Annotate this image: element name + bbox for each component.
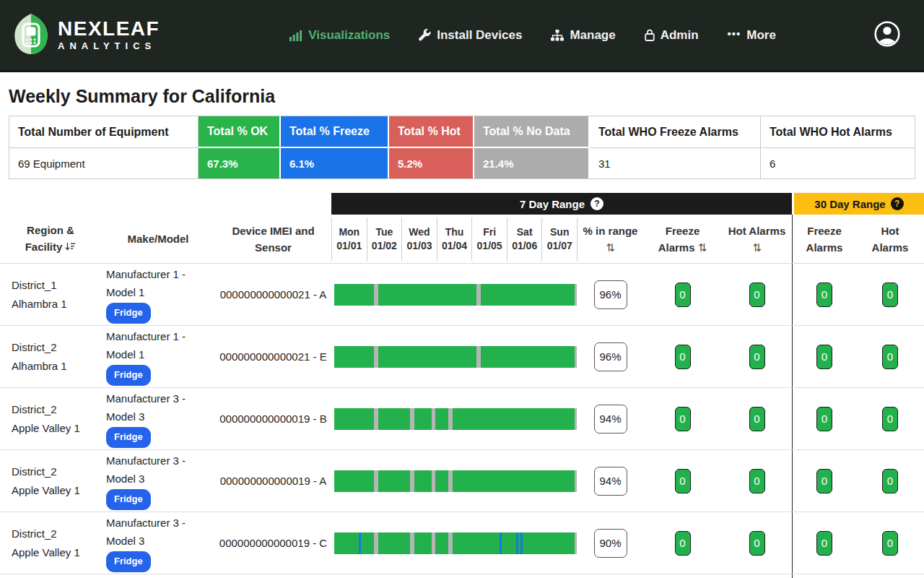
nav-item-install-devices[interactable]: Install Devices	[419, 28, 522, 43]
temperature-status-bar	[334, 284, 577, 306]
summary-col-pct-hot: Total % Hot 5.2%	[389, 116, 474, 178]
nav-menu: Visualizations Install Devices	[289, 28, 776, 43]
summary-table: Total Number of Equipment 69 Equipment T…	[9, 116, 915, 179]
equipment-rows: District_1 Alhambra 1 Manufacturer 1 - M…	[0, 264, 924, 578]
nav-label: Visualizations	[308, 28, 390, 43]
header-hot-alarms-7d[interactable]: Hot Alarms ⇅	[722, 223, 792, 256]
summary-value: 6.1%	[281, 148, 389, 178]
freeze-alarms-7d-badge: 0	[675, 282, 691, 307]
day-header: Wed01/03	[402, 217, 437, 261]
fridge-badge: Fridge	[106, 303, 151, 324]
pct-in-range-value: 96%	[594, 280, 627, 309]
nav-label: More	[746, 28, 776, 43]
summary-col-who-hot-alarms: Total WHO Hot Alarms 6	[761, 116, 915, 178]
sort-updown-icon[interactable]: ⇅	[578, 239, 643, 256]
day-header: Tue01/02	[367, 217, 403, 261]
temperature-status-bar	[334, 532, 577, 554]
main-content: Weekly Summary for California Total Numb…	[0, 84, 924, 578]
freeze-alarms-7d-badge: 0	[675, 345, 691, 369]
help-icon-30day[interactable]: ?	[891, 197, 904, 210]
summary-value: 31	[590, 148, 761, 178]
nav-item-visualizations[interactable]: Visualizations	[289, 28, 390, 43]
pct-in-range-value: 96%	[594, 342, 627, 371]
summary-col-who-freeze-alarms: Total WHO Freeze Alarms 31	[590, 116, 761, 178]
brand-logo[interactable]: NEXLEAF ANALYTICS	[13, 13, 160, 58]
summary-col-total-equipment: Total Number of Equipment 69 Equipment	[9, 116, 199, 178]
nav-item-admin[interactable]: Admin	[645, 28, 699, 43]
day-header: Mon01/01	[331, 217, 367, 261]
make-model-cell: Manufacturer 3 - Model 3 Fridge	[101, 389, 215, 448]
imei-cell: 000000000000021 - E	[215, 350, 331, 363]
wrench-icon	[419, 29, 431, 41]
table-column-headers: Region & Facility Make/Model Device IMEI…	[0, 215, 924, 264]
hot-alarms-30d-badge: 0	[882, 531, 898, 556]
summary-header: Total WHO Hot Alarms	[761, 116, 915, 148]
freeze-alarms-30d-badge: 0	[816, 282, 832, 307]
sort-updown-icon[interactable]: ⇅	[698, 241, 707, 254]
nav-label: Manage	[570, 28, 615, 43]
make-model-cell: Manufacturer 1 - Model 1 Fridge	[101, 327, 215, 386]
imei-cell: 000000000000019 - A	[215, 475, 331, 487]
header-pct-in-range[interactable]: % in range ⇅	[578, 223, 643, 256]
hot-alarms-30d-badge: 0	[882, 345, 898, 369]
user-circle-icon	[873, 20, 901, 51]
table-row: District_2 Apple Valley 1 Manufacturer 3…	[0, 512, 924, 574]
fridge-badge: Fridge	[106, 489, 151, 510]
range-7day-header: 7 Day Range ?	[331, 193, 792, 215]
freeze-alarms-30d-badge: 0	[816, 531, 832, 556]
page-title: Weekly Summary for California	[9, 84, 924, 108]
imei-cell: 000000000000021 - A	[215, 288, 331, 301]
summary-col-pct-ok: Total % OK 67.3%	[199, 116, 281, 178]
hot-alarms-30d-badge: 0	[882, 282, 898, 307]
fridge-badge: Fridge	[106, 427, 151, 448]
help-icon-7day[interactable]: ?	[590, 197, 603, 210]
region-facility-cell: District_2 Alhambra 1	[0, 338, 101, 376]
sort-updown-icon[interactable]: ⇅	[722, 239, 792, 256]
imei-cell: 000000000000019 - C	[215, 537, 331, 549]
summary-value: 21.4%	[474, 148, 590, 178]
table-row: District_2 Alhambra 1 Manufacturer 1 - M…	[0, 326, 924, 388]
table-row: District_2 Apple Valley 1 Manufacturer 3…	[0, 450, 924, 512]
nav-item-more[interactable]: ••• More	[728, 28, 776, 43]
summary-value: 6	[761, 148, 915, 178]
table-row-partial: Manufacturer 1 -	[0, 574, 924, 578]
imei-cell: 000000000000019 - B	[215, 413, 331, 425]
header-freeze-alarms-30d: Freeze Alarms	[792, 215, 856, 263]
day-header: Sat01/06	[507, 217, 543, 261]
summary-header: Total Number of Equipment	[9, 116, 199, 148]
header-device-imei: Device IMEI and Sensor	[215, 223, 331, 256]
summary-value: 69 Equipment	[9, 148, 199, 178]
make-model-cell: Manufacturer 3 - Model 3 Fridge	[101, 514, 215, 572]
header-freeze-alarms-7d[interactable]: Freeze Alarms ⇅	[643, 223, 722, 256]
lock-icon	[645, 29, 655, 41]
freeze-alarms-7d-badge: 0	[675, 407, 691, 431]
summary-header: Total WHO Freeze Alarms	[590, 116, 761, 148]
header-make-model: Make/Model	[101, 230, 215, 247]
user-avatar[interactable]	[873, 20, 901, 51]
summary-value: 5.2%	[389, 148, 474, 178]
hot-alarms-30d-badge: 0	[882, 407, 898, 431]
summary-col-pct-no-data: Total % No Data 21.4%	[474, 116, 590, 178]
hot-alarms-7d-badge: 0	[749, 469, 765, 493]
range-7day-label: 7 Day Range	[520, 198, 585, 210]
region-facility-cell: District_2 Apple Valley 1	[0, 400, 101, 438]
summary-header: Total % Freeze	[281, 116, 389, 148]
range-30day-header: 30 Day Range ?	[792, 193, 924, 215]
freeze-alarms-30d-badge: 0	[816, 345, 832, 369]
header-region-facility[interactable]: Region & Facility	[0, 222, 101, 256]
hot-alarms-7d-badge: 0	[749, 531, 765, 556]
hot-alarms-7d-badge: 0	[749, 407, 765, 431]
nexleaf-leaf-icon	[13, 13, 49, 58]
hot-alarms-30d-badge: 0	[882, 469, 898, 493]
sort-amount-icon[interactable]	[65, 241, 76, 254]
make-model-cell: Manufacturer 3 - Model 3 Fridge	[101, 452, 215, 510]
day-header: Fri01/05	[472, 217, 507, 261]
range-30day-label: 30 Day Range	[814, 198, 885, 210]
region-facility-cell: District_2 Apple Valley 1	[0, 525, 101, 562]
nav-item-manage[interactable]: Manage	[551, 28, 615, 43]
fridge-badge: Fridge	[106, 551, 151, 572]
brand-name: NEXLEAF	[58, 18, 160, 40]
brand-subname: ANALYTICS	[58, 40, 160, 53]
header-days: Mon01/01 Tue01/02 Wed01/03 Thu01/04 Fri0…	[331, 217, 578, 261]
summary-header: Total % OK	[199, 116, 281, 148]
